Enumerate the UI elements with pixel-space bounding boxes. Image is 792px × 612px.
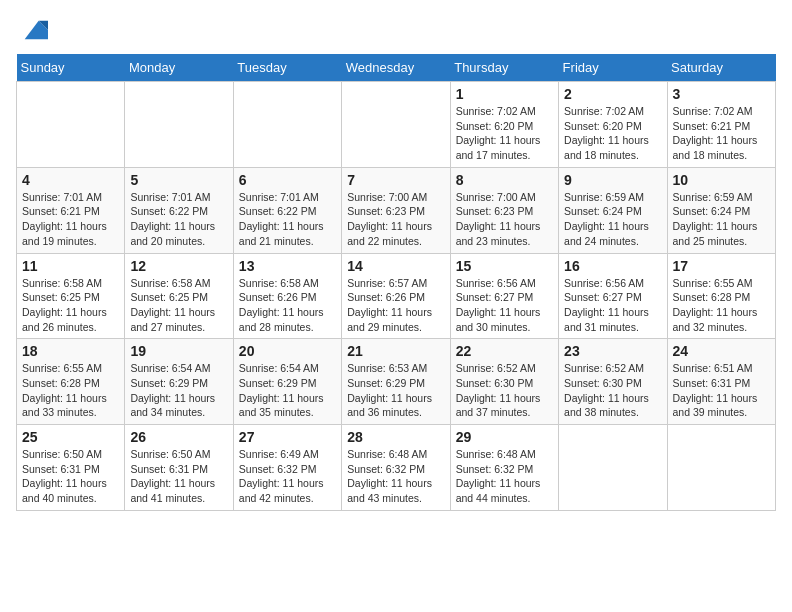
- calendar-cell: [125, 82, 233, 168]
- calendar-cell: 8Sunrise: 7:00 AM Sunset: 6:23 PM Daylig…: [450, 167, 558, 253]
- day-number: 18: [22, 343, 119, 359]
- day-info: Sunrise: 7:00 AM Sunset: 6:23 PM Dayligh…: [456, 190, 553, 249]
- day-number: 7: [347, 172, 444, 188]
- day-number: 15: [456, 258, 553, 274]
- calendar-cell: 28Sunrise: 6:48 AM Sunset: 6:32 PM Dayli…: [342, 425, 450, 511]
- logo: [16, 16, 48, 44]
- calendar-cell: 10Sunrise: 6:59 AM Sunset: 6:24 PM Dayli…: [667, 167, 775, 253]
- day-info: Sunrise: 6:58 AM Sunset: 6:25 PM Dayligh…: [22, 276, 119, 335]
- calendar-week-row: 18Sunrise: 6:55 AM Sunset: 6:28 PM Dayli…: [17, 339, 776, 425]
- day-number: 22: [456, 343, 553, 359]
- day-number: 20: [239, 343, 336, 359]
- logo-icon: [20, 16, 48, 44]
- calendar-cell: 3Sunrise: 7:02 AM Sunset: 6:21 PM Daylig…: [667, 82, 775, 168]
- day-info: Sunrise: 6:48 AM Sunset: 6:32 PM Dayligh…: [456, 447, 553, 506]
- day-info: Sunrise: 6:58 AM Sunset: 6:25 PM Dayligh…: [130, 276, 227, 335]
- day-info: Sunrise: 7:01 AM Sunset: 6:22 PM Dayligh…: [130, 190, 227, 249]
- weekday-header: Monday: [125, 54, 233, 82]
- day-number: 23: [564, 343, 661, 359]
- day-number: 11: [22, 258, 119, 274]
- day-info: Sunrise: 6:56 AM Sunset: 6:27 PM Dayligh…: [564, 276, 661, 335]
- day-info: Sunrise: 6:52 AM Sunset: 6:30 PM Dayligh…: [564, 361, 661, 420]
- day-number: 26: [130, 429, 227, 445]
- weekday-header-row: SundayMondayTuesdayWednesdayThursdayFrid…: [17, 54, 776, 82]
- day-number: 14: [347, 258, 444, 274]
- day-info: Sunrise: 6:50 AM Sunset: 6:31 PM Dayligh…: [130, 447, 227, 506]
- day-info: Sunrise: 6:56 AM Sunset: 6:27 PM Dayligh…: [456, 276, 553, 335]
- calendar-cell: 25Sunrise: 6:50 AM Sunset: 6:31 PM Dayli…: [17, 425, 125, 511]
- day-number: 3: [673, 86, 770, 102]
- day-number: 13: [239, 258, 336, 274]
- calendar-cell: 5Sunrise: 7:01 AM Sunset: 6:22 PM Daylig…: [125, 167, 233, 253]
- day-number: 2: [564, 86, 661, 102]
- day-info: Sunrise: 6:59 AM Sunset: 6:24 PM Dayligh…: [564, 190, 661, 249]
- calendar-week-row: 11Sunrise: 6:58 AM Sunset: 6:25 PM Dayli…: [17, 253, 776, 339]
- day-info: Sunrise: 7:00 AM Sunset: 6:23 PM Dayligh…: [347, 190, 444, 249]
- day-info: Sunrise: 6:52 AM Sunset: 6:30 PM Dayligh…: [456, 361, 553, 420]
- day-info: Sunrise: 6:48 AM Sunset: 6:32 PM Dayligh…: [347, 447, 444, 506]
- calendar-cell: [17, 82, 125, 168]
- calendar-cell: 26Sunrise: 6:50 AM Sunset: 6:31 PM Dayli…: [125, 425, 233, 511]
- calendar-week-row: 1Sunrise: 7:02 AM Sunset: 6:20 PM Daylig…: [17, 82, 776, 168]
- calendar-cell: 4Sunrise: 7:01 AM Sunset: 6:21 PM Daylig…: [17, 167, 125, 253]
- day-number: 6: [239, 172, 336, 188]
- day-number: 9: [564, 172, 661, 188]
- calendar-cell: [342, 82, 450, 168]
- calendar-cell: [233, 82, 341, 168]
- calendar-cell: 6Sunrise: 7:01 AM Sunset: 6:22 PM Daylig…: [233, 167, 341, 253]
- day-info: Sunrise: 6:59 AM Sunset: 6:24 PM Dayligh…: [673, 190, 770, 249]
- day-info: Sunrise: 6:50 AM Sunset: 6:31 PM Dayligh…: [22, 447, 119, 506]
- weekday-header: Sunday: [17, 54, 125, 82]
- calendar-cell: 7Sunrise: 7:00 AM Sunset: 6:23 PM Daylig…: [342, 167, 450, 253]
- day-info: Sunrise: 6:54 AM Sunset: 6:29 PM Dayligh…: [130, 361, 227, 420]
- day-info: Sunrise: 7:02 AM Sunset: 6:20 PM Dayligh…: [564, 104, 661, 163]
- calendar-cell: 9Sunrise: 6:59 AM Sunset: 6:24 PM Daylig…: [559, 167, 667, 253]
- day-info: Sunrise: 6:57 AM Sunset: 6:26 PM Dayligh…: [347, 276, 444, 335]
- calendar-cell: 24Sunrise: 6:51 AM Sunset: 6:31 PM Dayli…: [667, 339, 775, 425]
- calendar-cell: 17Sunrise: 6:55 AM Sunset: 6:28 PM Dayli…: [667, 253, 775, 339]
- calendar-cell: 20Sunrise: 6:54 AM Sunset: 6:29 PM Dayli…: [233, 339, 341, 425]
- day-number: 12: [130, 258, 227, 274]
- calendar-cell: 23Sunrise: 6:52 AM Sunset: 6:30 PM Dayli…: [559, 339, 667, 425]
- day-number: 5: [130, 172, 227, 188]
- calendar-cell: [667, 425, 775, 511]
- weekday-header: Wednesday: [342, 54, 450, 82]
- weekday-header: Thursday: [450, 54, 558, 82]
- calendar-cell: 11Sunrise: 6:58 AM Sunset: 6:25 PM Dayli…: [17, 253, 125, 339]
- day-number: 25: [22, 429, 119, 445]
- calendar-cell: [559, 425, 667, 511]
- calendar-cell: 1Sunrise: 7:02 AM Sunset: 6:20 PM Daylig…: [450, 82, 558, 168]
- calendar-cell: 22Sunrise: 6:52 AM Sunset: 6:30 PM Dayli…: [450, 339, 558, 425]
- calendar-cell: 15Sunrise: 6:56 AM Sunset: 6:27 PM Dayli…: [450, 253, 558, 339]
- calendar-cell: 14Sunrise: 6:57 AM Sunset: 6:26 PM Dayli…: [342, 253, 450, 339]
- day-number: 1: [456, 86, 553, 102]
- calendar-cell: 18Sunrise: 6:55 AM Sunset: 6:28 PM Dayli…: [17, 339, 125, 425]
- calendar-cell: 19Sunrise: 6:54 AM Sunset: 6:29 PM Dayli…: [125, 339, 233, 425]
- day-info: Sunrise: 7:01 AM Sunset: 6:21 PM Dayligh…: [22, 190, 119, 249]
- calendar-cell: 29Sunrise: 6:48 AM Sunset: 6:32 PM Dayli…: [450, 425, 558, 511]
- day-info: Sunrise: 6:49 AM Sunset: 6:32 PM Dayligh…: [239, 447, 336, 506]
- day-number: 16: [564, 258, 661, 274]
- calendar-cell: 13Sunrise: 6:58 AM Sunset: 6:26 PM Dayli…: [233, 253, 341, 339]
- calendar-table: SundayMondayTuesdayWednesdayThursdayFrid…: [16, 54, 776, 511]
- day-info: Sunrise: 6:58 AM Sunset: 6:26 PM Dayligh…: [239, 276, 336, 335]
- day-info: Sunrise: 6:53 AM Sunset: 6:29 PM Dayligh…: [347, 361, 444, 420]
- day-number: 10: [673, 172, 770, 188]
- day-number: 17: [673, 258, 770, 274]
- day-info: Sunrise: 7:02 AM Sunset: 6:20 PM Dayligh…: [456, 104, 553, 163]
- day-number: 29: [456, 429, 553, 445]
- calendar-cell: 16Sunrise: 6:56 AM Sunset: 6:27 PM Dayli…: [559, 253, 667, 339]
- page-header: [16, 16, 776, 44]
- day-info: Sunrise: 7:01 AM Sunset: 6:22 PM Dayligh…: [239, 190, 336, 249]
- day-number: 28: [347, 429, 444, 445]
- calendar-cell: 12Sunrise: 6:58 AM Sunset: 6:25 PM Dayli…: [125, 253, 233, 339]
- day-number: 21: [347, 343, 444, 359]
- weekday-header: Saturday: [667, 54, 775, 82]
- day-number: 24: [673, 343, 770, 359]
- day-info: Sunrise: 6:55 AM Sunset: 6:28 PM Dayligh…: [22, 361, 119, 420]
- calendar-cell: 21Sunrise: 6:53 AM Sunset: 6:29 PM Dayli…: [342, 339, 450, 425]
- day-number: 4: [22, 172, 119, 188]
- day-info: Sunrise: 6:55 AM Sunset: 6:28 PM Dayligh…: [673, 276, 770, 335]
- day-info: Sunrise: 6:51 AM Sunset: 6:31 PM Dayligh…: [673, 361, 770, 420]
- day-number: 19: [130, 343, 227, 359]
